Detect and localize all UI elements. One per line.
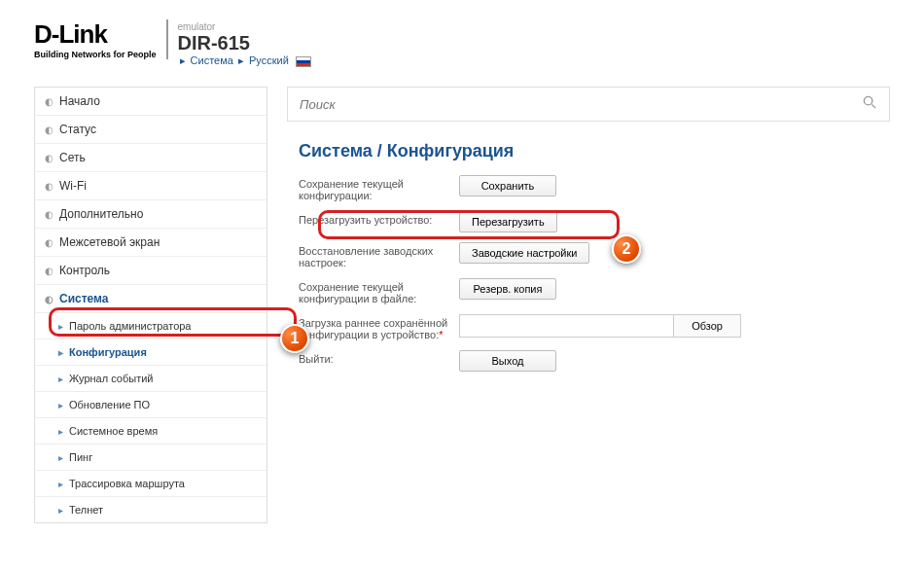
sidebar-item-status[interactable]: ◐Статус [35, 116, 267, 144]
header: D-Link Building Networks for People emul… [34, 19, 890, 67]
chevron-icon: ◐ [45, 96, 53, 107]
breadcrumb: ▸ Система ▸ Русский [178, 54, 311, 67]
row-backup: Сохранение текущей конфигурации в файле:… [299, 278, 878, 304]
sidebar-item-system[interactable]: ◐Система [35, 285, 267, 313]
sidebar: ◐Начало ◐Статус ◐Сеть ◐Wi-Fi ◐Дополнител… [34, 87, 267, 523]
arrow-icon: ▸ [58, 479, 63, 489]
chevron-icon: ◐ [45, 266, 53, 276]
browse-button[interactable]: Обзор [673, 315, 740, 337]
sidebar-subitem-firmware[interactable]: ▸Обновление ПО [35, 392, 267, 418]
sidebar-subitem-telnet[interactable]: ▸Телнет [35, 497, 267, 522]
logo-text: D-Link [34, 19, 157, 50]
row-reboot: Перезагрузить устройство: Перезагрузить [299, 211, 878, 232]
annotation-marker-2: 2 [612, 234, 641, 264]
reboot-button[interactable]: Перезагрузить [459, 211, 557, 232]
config-form: Сохранение текущей конфигурации: Сохрани… [287, 175, 890, 372]
sidebar-item-firewall[interactable]: ◐Межсетевой экран [35, 229, 267, 257]
emulator-label: emulator [178, 21, 311, 32]
chevron-icon: ◐ [45, 294, 53, 304]
arrow-icon: ▸ [58, 452, 63, 463]
chevron-icon: ◐ [45, 153, 53, 163]
search-box [287, 87, 890, 122]
arrow-icon: ▸ [58, 374, 63, 384]
row-save-config: Сохранение текущей конфигурации: Сохрани… [299, 175, 878, 201]
sidebar-subitem-ping[interactable]: ▸Пинг [35, 445, 267, 471]
model-label: DIR-615 [178, 32, 311, 54]
sidebar-subitem-traceroute[interactable]: ▸Трассировка маршрута [35, 471, 267, 497]
chevron-icon: ◐ [45, 181, 53, 192]
header-info: emulator DIR-615 ▸ Система ▸ Русский [178, 19, 311, 67]
sidebar-subitem-eventlog[interactable]: ▸Журнал событий [35, 366, 267, 392]
sidebar-subitem-systemtime[interactable]: ▸Системное время [35, 418, 267, 445]
chevron-icon: ◐ [45, 209, 53, 220]
sidebar-item-wifi[interactable]: ◐Wi-Fi [35, 172, 267, 200]
sidebar-item-control[interactable]: ◐Контроль [35, 257, 267, 285]
arrow-icon: ▸ [58, 400, 63, 410]
flag-ru-icon [296, 56, 311, 67]
save-button[interactable]: Сохранить [459, 175, 556, 196]
logo-tagline: Building Networks for People [34, 50, 157, 59]
svg-line-1 [871, 104, 875, 108]
row-factory-reset: Восстановление заводских настроек: Завод… [299, 242, 878, 268]
sidebar-item-home[interactable]: ◐Начало [35, 88, 267, 116]
arrow-icon: ▸ [58, 505, 63, 516]
file-path-field[interactable] [460, 315, 673, 337]
file-input[interactable]: Обзор [459, 314, 741, 338]
chevron-icon: ◐ [45, 237, 53, 248]
sidebar-subitem-admin-password[interactable]: ▸Пароль администратора [35, 313, 267, 339]
svg-point-0 [864, 96, 871, 104]
sidebar-item-advanced[interactable]: ◐Дополнительно [35, 200, 267, 229]
backup-button[interactable]: Резерв. копия [459, 278, 556, 300]
arrow-icon: ▸ [58, 426, 63, 437]
search-icon[interactable] [863, 95, 877, 113]
arrow-icon: ▸ [58, 321, 63, 332]
crumb-language[interactable]: Русский [249, 54, 289, 66]
search-input[interactable] [300, 97, 863, 112]
logo: D-Link Building Networks for People [34, 19, 168, 59]
chevron-icon: ◐ [45, 125, 53, 135]
crumb-system[interactable]: Система [191, 54, 233, 66]
factory-reset-button[interactable]: Заводские настройки [459, 242, 589, 264]
arrow-icon: ▸ [58, 347, 63, 358]
sidebar-subitem-configuration[interactable]: ▸Конфигурация [35, 339, 267, 366]
annotation-marker-1: 1 [280, 324, 309, 353]
row-logout: Выйти: Выход [299, 350, 878, 372]
sidebar-item-network[interactable]: ◐Сеть [35, 144, 267, 172]
row-load-config: Загрузка раннее сохранённой конфигурации… [299, 314, 878, 340]
main-content: Система / Конфигурация Сохранение текуще… [287, 87, 890, 523]
page-title: Система / Конфигурация [287, 141, 890, 175]
logout-button[interactable]: Выход [459, 350, 556, 372]
